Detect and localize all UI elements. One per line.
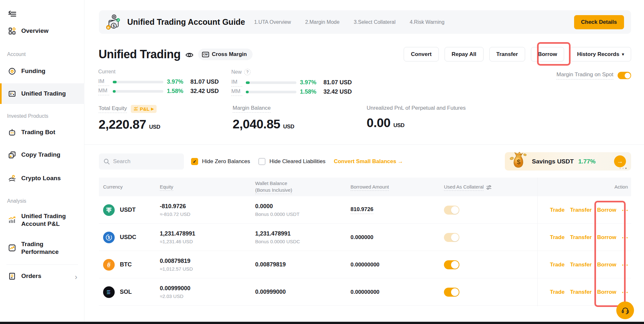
sidebar-item-orders[interactable]: Orders bbox=[8, 272, 41, 280]
guide-step-1[interactable]: 1.UTA Overview bbox=[254, 19, 291, 25]
transfer-link[interactable]: Transfer bbox=[570, 289, 591, 295]
transfer-link[interactable]: Transfer bbox=[570, 262, 591, 268]
money-bag-icon: $ bbox=[509, 151, 527, 170]
transfer-link[interactable]: Transfer bbox=[570, 207, 591, 213]
savings-promo-banner[interactable]: $ Savings USDT 1.77% → bbox=[505, 152, 631, 171]
trade-link[interactable]: Trade bbox=[550, 234, 564, 241]
borrow-link[interactable]: Borrow bbox=[597, 262, 617, 268]
col-equity[interactable]: Equity bbox=[160, 184, 173, 191]
current-label: Current bbox=[98, 69, 219, 75]
sidebar-item-copy-trading[interactable]: Copy Trading bbox=[8, 151, 60, 159]
hide-cleared-liabilities-checkbox[interactable]: Hide Cleared Liabilities bbox=[258, 158, 325, 165]
pnl-badge[interactable]: P&L ▶ bbox=[131, 105, 157, 113]
eye-icon[interactable] bbox=[185, 51, 194, 59]
unified-trading-page: Overview Account Funding Unified Trading… bbox=[0, 0, 644, 324]
sol-coin-icon bbox=[103, 286, 115, 298]
sidebar-item-trading-performance[interactable]: TradingPerformance bbox=[8, 240, 59, 256]
borrow-button[interactable]: Borrow bbox=[531, 47, 564, 61]
sidebar-item-trading-bot[interactable]: Trading Bot bbox=[8, 128, 55, 136]
wallet-bonus: Bonus 0.0000 USDT bbox=[255, 211, 300, 217]
trade-link[interactable]: Trade bbox=[550, 289, 564, 295]
cross-margin-badge[interactable]: CM Cross Margin bbox=[198, 49, 253, 60]
history-records-button[interactable]: History Records ▾ bbox=[570, 47, 631, 61]
sidebar-section-invested: Invested Products bbox=[7, 113, 48, 119]
carousel-dots bbox=[620, 168, 627, 169]
transfer-button[interactable]: Transfer bbox=[489, 47, 525, 61]
sidebar-section-analysis: Analysis bbox=[7, 198, 26, 204]
margin-trading-toggle[interactable] bbox=[618, 72, 631, 79]
hide-zero-balances-checkbox[interactable]: ✓ Hide Zero Balances bbox=[191, 158, 250, 165]
table-row-btc: B BTC 0.00879819≈1,012.57 USD 0.00879819… bbox=[99, 251, 631, 278]
sidebar-item-crypto-loans[interactable]: Crypto Loans bbox=[8, 174, 61, 182]
svg-text:$: $ bbox=[517, 158, 521, 165]
borrow-link[interactable]: Borrow bbox=[597, 289, 617, 295]
wallet-balance: 0.00879819 bbox=[255, 261, 286, 268]
col-used-as-collateral[interactable]: Used As Collateral bbox=[444, 184, 492, 191]
more-icon[interactable]: ⋯ bbox=[622, 206, 629, 214]
sidebar-item-funding[interactable]: Funding bbox=[8, 67, 45, 75]
checkbox-unchecked-icon bbox=[258, 158, 265, 165]
savings-arrow-button[interactable]: → bbox=[614, 155, 626, 167]
borrowed-amount[interactable]: 810.9726 bbox=[351, 206, 373, 214]
search-input[interactable] bbox=[113, 158, 174, 165]
col-wallet-balance[interactable]: Wallet Balance(Bonus Inclusive) bbox=[255, 181, 292, 194]
svg-text:B: B bbox=[107, 25, 110, 29]
sidebar-collapse-icon[interactable] bbox=[8, 10, 17, 19]
repay-all-button[interactable]: Repay All bbox=[445, 47, 484, 61]
trade-link[interactable]: Trade bbox=[550, 262, 564, 268]
unrealized-pnl-value: 0.00 bbox=[367, 116, 390, 130]
guide-step-3[interactable]: 3.Select Collateral bbox=[354, 19, 396, 25]
caret-down-icon: ▾ bbox=[622, 52, 624, 57]
sidebar-item-label: Copy Trading bbox=[21, 151, 60, 158]
mm-percent: 1.58% bbox=[167, 88, 187, 95]
equity-value: -810.9726 bbox=[160, 203, 190, 210]
more-icon[interactable]: ⋯ bbox=[622, 288, 629, 296]
chevron-right-icon[interactable]: › bbox=[75, 273, 77, 282]
convert-button[interactable]: Convert bbox=[404, 47, 438, 61]
collateral-toggle[interactable] bbox=[444, 233, 459, 242]
transfer-link[interactable]: Transfer bbox=[570, 234, 591, 241]
guide-step-4[interactable]: 4.Risk Warning bbox=[410, 19, 445, 25]
page-title: Unified Trading bbox=[99, 48, 181, 61]
check-details-button[interactable]: Check Details bbox=[574, 15, 624, 29]
currency-symbol: SOL bbox=[120, 289, 132, 295]
sidebar-item-overview[interactable]: Overview bbox=[8, 27, 49, 35]
guide-steps: 1.UTA Overview 2.Margin Mode 3.Select Co… bbox=[254, 19, 445, 25]
mm-percent: 1.58% bbox=[300, 88, 320, 95]
hide-zero-balances-label: Hide Zero Balances bbox=[202, 158, 250, 165]
unrealized-pnl-label: Unrealized PnL of Perpetual and Futures bbox=[367, 105, 466, 111]
collateral-toggle[interactable] bbox=[444, 260, 459, 269]
sidebar-item-label: Crypto Loans bbox=[21, 175, 61, 182]
new-margin-stats: New ? IM 3.97% 81.07 USD MM 1.58% 32.42 … bbox=[231, 69, 352, 97]
new-mm-row: MM 1.58% 32.42 USD bbox=[231, 87, 352, 97]
more-icon[interactable]: ⋯ bbox=[622, 261, 629, 269]
pnl-chart-icon bbox=[8, 216, 16, 224]
section-divider bbox=[84, 144, 644, 145]
collateral-toggle[interactable] bbox=[444, 206, 459, 215]
crypto-loans-icon bbox=[8, 174, 16, 182]
currency-symbol: USDC bbox=[120, 234, 136, 241]
guide-step-2[interactable]: 2.Margin Mode bbox=[305, 19, 340, 25]
col-borrowed-amount[interactable]: Borrowed Amount bbox=[351, 184, 389, 191]
savings-rate: 1.77% bbox=[578, 158, 596, 165]
margin-balance-unit: USD bbox=[283, 124, 294, 130]
unified-trading-icon bbox=[8, 89, 16, 98]
sidebar-item-uta-pnl[interactable]: Unified TradingAccount P&L bbox=[8, 212, 66, 228]
help-icon[interactable]: ? bbox=[244, 69, 251, 75]
main-content: $ B Unified Trading Account Guide 1.UTA … bbox=[84, 0, 644, 322]
collateral-toggle[interactable] bbox=[444, 288, 459, 297]
cross-margin-icon: CM bbox=[202, 52, 209, 57]
convert-small-balances-link[interactable]: Convert Small Balances → bbox=[334, 158, 403, 165]
equity-value: 1,231.478991 bbox=[160, 230, 195, 237]
sidebar-item-label: TradingPerformance bbox=[21, 240, 59, 256]
support-headset-button[interactable] bbox=[616, 301, 634, 319]
performance-icon bbox=[8, 244, 16, 252]
borrow-link[interactable]: Borrow bbox=[597, 207, 617, 213]
borrow-link[interactable]: Borrow bbox=[597, 234, 617, 241]
new-im-row: IM 3.97% 81.07 USD bbox=[231, 78, 352, 87]
trade-link[interactable]: Trade bbox=[550, 207, 564, 213]
checkbox-checked-icon: ✓ bbox=[191, 158, 198, 165]
more-icon[interactable]: ⋯ bbox=[622, 234, 629, 241]
guide-banner-title: Unified Trading Account Guide bbox=[127, 17, 245, 27]
sidebar-item-unified-trading[interactable]: Unified Trading bbox=[8, 89, 66, 98]
